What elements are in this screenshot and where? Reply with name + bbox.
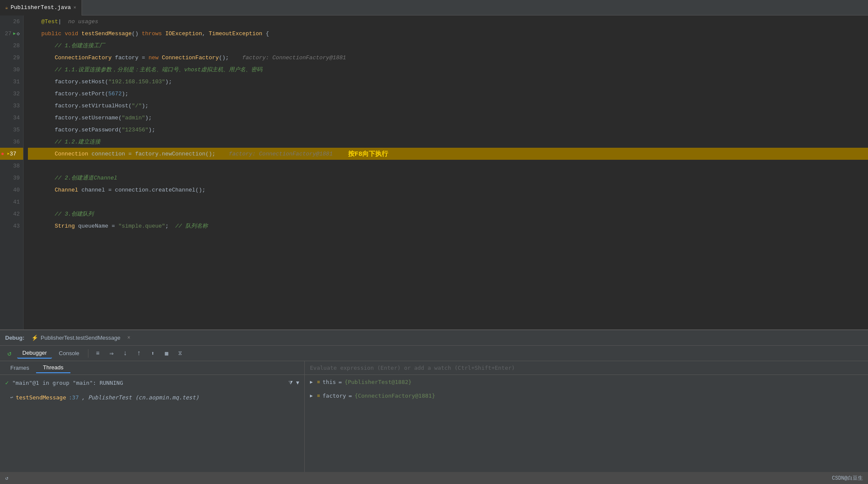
stack-arrow-icon: ↩ — [10, 395, 13, 400]
code-editor[interactable]: @Test | no usages public void testSendMe… — [24, 15, 868, 329]
debug-left-panel: Frames Threads ✓ "main"@1 in group "main… — [0, 361, 305, 484]
java-icon: ☕ — [5, 5, 8, 10]
watermark: CSDN@白豆生 — [832, 475, 863, 482]
code-line-29: ConnectionFactory factory = new Connecti… — [28, 52, 868, 64]
code-line-26: @Test | no usages — [28, 15, 868, 27]
trace-button[interactable]: ⧖ — [174, 347, 186, 359]
stack-frame-item[interactable]: ↩ testSendMessage :37 , PublisherTest (c… — [0, 390, 304, 404]
session-icon: ⚡ — [31, 335, 38, 341]
var-eq-factory: = — [349, 393, 352, 399]
bookmark-icon: ◇ — [17, 30, 20, 37]
thread-name: "main"@1 in group "main": RUNNING — [12, 380, 123, 386]
code-line-40: Channel channel = connection.createChann… — [28, 184, 868, 196]
debug-session-close[interactable]: × — [127, 335, 131, 341]
stack-loc: :37 — [69, 394, 79, 401]
tab-close-button[interactable]: × — [73, 5, 76, 10]
code-line-32: factory.setPort(5672); — [28, 88, 868, 100]
tab-debugger[interactable]: Debugger — [17, 348, 52, 359]
code-line-31: factory.setHost("192.168.150.103"); — [28, 76, 868, 88]
var-expand-icon-factory[interactable]: ▶ — [310, 393, 313, 399]
line-num-32: 32 — [0, 88, 23, 100]
thread-main[interactable]: ✓ "main"@1 in group "main": RUNNING ⧩ ▼ — [0, 375, 304, 390]
session-name: PublisherTest.testSendMessage — [41, 335, 121, 341]
code-line-42: // 3.创建队列 — [28, 208, 868, 220]
debug-left-tabs: Frames Threads — [0, 361, 304, 375]
debug-panel: Debug: ⚡ PublisherTest.testSendMessage ×… — [0, 329, 868, 484]
status-left: ↺ — [5, 475, 8, 481]
tab-bar: ☕ PublisherTest.java × — [0, 0, 868, 15]
debug-toolbar: ↺ Debugger Console ≡ ⇒ ↓ ↑ ⬆ ▦ ⧖ — [0, 346, 868, 361]
code-line-41 — [28, 196, 868, 208]
var-expand-icon-this[interactable]: ▶ — [310, 379, 313, 385]
step-over-button[interactable]: ⇒ — [106, 347, 118, 359]
debug-session[interactable]: ⚡ PublisherTest.testSendMessage — [31, 335, 121, 341]
code-line-36: // 1.2.建立连接 — [28, 136, 868, 148]
evaluate-button[interactable]: ▦ — [161, 347, 173, 359]
filter-icon[interactable]: ⧩ — [288, 380, 293, 386]
var-name-this: this — [322, 379, 336, 385]
rerun-icon: ↺ — [5, 475, 8, 481]
line-num-26: 26 — [0, 15, 23, 27]
step-out-button[interactable]: ↑ — [133, 347, 145, 359]
line-num-43: 43 — [0, 220, 23, 232]
eval-header: Evaluate expression (Enter) or add a wat… — [305, 361, 868, 375]
line-num-31: 31 — [0, 76, 23, 88]
code-line-35: factory.setPassword("123456"); — [28, 124, 868, 136]
line-num-35: 35 — [0, 124, 23, 136]
line-num-27: 27 ▶ ◇ — [0, 27, 23, 40]
line-num-29: 29 — [0, 52, 23, 64]
debug-session-header: Debug: ⚡ PublisherTest.testSendMessage × — [0, 330, 868, 346]
stack-fn-name: testSendMessage — [16, 394, 66, 401]
run-to-cursor-button[interactable]: ⬆ — [147, 347, 159, 359]
line-num-42: 42 — [0, 208, 23, 220]
var-name-factory: factory — [322, 393, 346, 399]
code-line-33: factory.setVirtualHost("/"); — [28, 100, 868, 112]
line-num-28: 28 — [0, 40, 23, 52]
line-num-30: 30 — [0, 64, 23, 76]
code-line-37: Connection connection = factory.newConne… — [28, 148, 868, 160]
code-line-38 — [28, 160, 868, 172]
rerun-button[interactable]: ↺ — [3, 347, 15, 359]
toolbar-separator-1 — [88, 349, 88, 358]
var-val-factory: {ConnectionFactory@1881} — [355, 393, 435, 399]
stack-class: , PublisherTest (cn.aopmin.mq.test) — [82, 394, 199, 401]
code-line-27: public void testSendMessage() throws IOE… — [28, 27, 868, 40]
debug-label: Debug: — [5, 335, 24, 341]
breakpoint-icon: ● — [1, 151, 4, 157]
eval-hint[interactable]: Evaluate expression (Enter) or add a wat… — [310, 365, 515, 371]
step-into-button[interactable]: ↓ — [119, 347, 131, 359]
var-this[interactable]: ▶ ≡ this = {PublisherTest@1882} — [305, 375, 868, 389]
var-type-icon-this: ≡ — [317, 379, 320, 385]
line-num-38: 38 — [0, 160, 23, 172]
line-num-41: 41 — [0, 196, 23, 208]
debug-body: Frames Threads ✓ "main"@1 in group "main… — [0, 361, 868, 484]
run-gutter-icon[interactable]: ▶ — [13, 31, 16, 36]
tab-console[interactable]: Console — [54, 348, 85, 358]
var-val-this: {PublisherTest@1882} — [344, 379, 412, 385]
debug-right-panel: Evaluate expression (Enter) or add a wat… — [305, 361, 868, 484]
settings-button[interactable]: ≡ — [92, 347, 104, 359]
tab-publisher-test[interactable]: ☕ PublisherTest.java × — [0, 0, 82, 15]
line-num-39: 39 — [0, 172, 23, 184]
code-line-39: // 2.创建通道Channel — [28, 172, 868, 184]
line-num-33: 33 — [0, 100, 23, 112]
editor-area: 26 27 ▶ ◇ 28 29 30 31 32 33 34 35 36 ● ➤… — [0, 15, 868, 329]
rerun-status[interactable]: ↺ — [5, 475, 8, 481]
dropdown-icon[interactable]: ▼ — [296, 380, 299, 386]
var-factory[interactable]: ▶ ≡ factory = {ConnectionFactory@1881} — [305, 389, 868, 402]
code-line-30: // 1.1.设置连接参数，分别是：主机名、端口号、vhost虚拟主机、用户名、… — [28, 64, 868, 76]
line-num-34: 34 — [0, 112, 23, 124]
status-bar: ↺ CSDN@白豆生 — [0, 472, 868, 484]
line-num-40: 40 — [0, 184, 23, 196]
line-num-36: 36 — [0, 136, 23, 148]
variable-list: ▶ ≡ this = {PublisherTest@1882} ▶ ≡ fact… — [305, 375, 868, 484]
var-type-icon-factory: ≡ — [317, 393, 320, 399]
var-eq-this: = — [339, 379, 342, 385]
frames-tab[interactable]: Frames — [3, 363, 36, 373]
code-line-43: String queueName = "simple.queue"; // 队列… — [28, 220, 868, 232]
code-line-34: factory.setUsername("admin"); — [28, 112, 868, 124]
threads-tab[interactable]: Threads — [36, 362, 70, 373]
code-line-28: // 1.创建连接工厂 — [28, 40, 868, 52]
line-num-37: ● ➤ 37 — [0, 148, 23, 160]
line-numbers: 26 27 ▶ ◇ 28 29 30 31 32 33 34 35 36 ● ➤… — [0, 15, 24, 329]
